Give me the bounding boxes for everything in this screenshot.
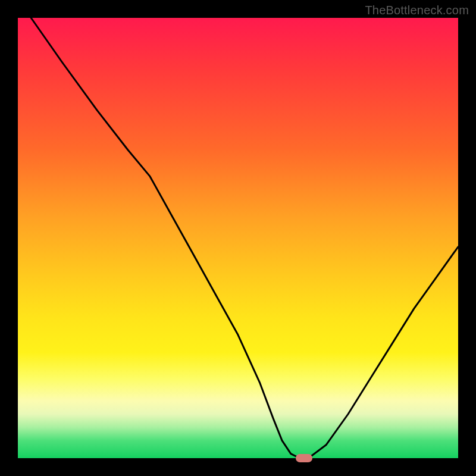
chart-frame: TheBottleneck.com bbox=[0, 0, 476, 476]
curve-path bbox=[31, 18, 458, 458]
optimum-marker bbox=[296, 454, 312, 462]
plot-area bbox=[18, 18, 458, 458]
attribution-text: TheBottleneck.com bbox=[365, 4, 469, 17]
bottleneck-curve bbox=[18, 18, 458, 458]
